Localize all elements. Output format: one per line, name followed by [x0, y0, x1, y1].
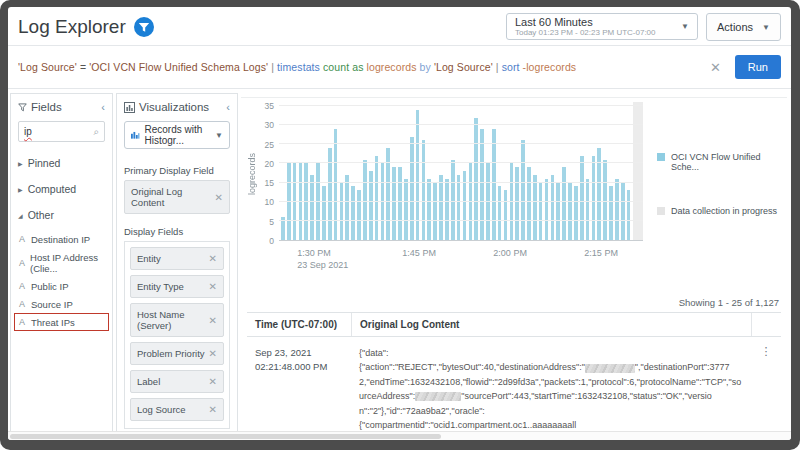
chart-bar[interactable] — [586, 179, 590, 240]
chart-bar[interactable] — [527, 167, 531, 240]
chart-bar[interactable] — [293, 163, 297, 240]
display-field-chip[interactable]: Problem Priority✕ — [130, 342, 224, 365]
fields-section-other[interactable]: ◢Other — [11, 202, 112, 228]
chart-bar[interactable] — [427, 179, 431, 240]
chart-bar[interactable] — [410, 137, 414, 240]
chart-bar[interactable] — [574, 186, 578, 240]
chart-bar[interactable] — [422, 140, 426, 240]
chart-bar[interactable] — [609, 186, 613, 240]
y-tick-label: 5 — [269, 217, 274, 227]
table-row[interactable]: Sep 23, 2021 02:21:48.000 PM {"data":{"a… — [247, 337, 781, 440]
chart-bar[interactable] — [340, 183, 344, 240]
chart-bar[interactable] — [439, 175, 443, 240]
chart-bar[interactable] — [299, 163, 303, 240]
display-field-chip[interactable]: Host Name (Server)✕ — [130, 303, 224, 337]
chart-bar[interactable] — [504, 190, 508, 240]
field-item[interactable]: APublic IP — [14, 277, 109, 295]
column-header-content[interactable]: Original Log Content — [351, 313, 751, 336]
row-menu-icon[interactable]: ⋮ — [751, 337, 781, 440]
x-tick-time: 2:00 PM — [493, 247, 527, 259]
chart-bar[interactable] — [474, 118, 478, 241]
chart-bar[interactable] — [375, 156, 379, 240]
remove-chip-icon[interactable]: ✕ — [209, 376, 217, 387]
chart-bar[interactable] — [433, 183, 437, 240]
chart-bar[interactable] — [310, 175, 314, 240]
horizontal-scrollbar[interactable] — [8, 431, 791, 440]
chart-bar[interactable] — [551, 175, 555, 240]
chart-bar[interactable] — [621, 183, 625, 240]
remove-chip-icon[interactable]: ✕ — [209, 315, 217, 326]
visualizations-panel: Visualizations ‹ Records with Histogr...… — [116, 93, 238, 440]
collapse-visualizations-icon[interactable]: ‹ — [226, 101, 230, 113]
chart-bar[interactable] — [515, 167, 519, 240]
query-input[interactable]: 'Log Source' = 'OCI VCN Flow Unified Sch… — [18, 61, 696, 73]
remove-chip-icon[interactable]: ✕ — [215, 192, 223, 203]
fields-section-pinned[interactable]: ▶Pinned — [11, 150, 112, 176]
chart-bar[interactable] — [457, 175, 461, 240]
chart-bar[interactable] — [545, 179, 549, 240]
chart-bar[interactable] — [580, 156, 584, 240]
display-field-chip[interactable]: Entity✕ — [130, 247, 224, 270]
fields-section-computed[interactable]: ▶Computed — [11, 176, 112, 202]
chart-bar[interactable] — [469, 163, 473, 240]
remove-chip-icon[interactable]: ✕ — [209, 281, 217, 292]
chart-bar[interactable] — [521, 140, 525, 240]
display-field-chip-label: Label — [137, 376, 160, 387]
field-item[interactable]: AThreat IPs — [14, 313, 109, 331]
chart-bar[interactable] — [480, 129, 484, 240]
chart-bar[interactable] — [568, 183, 572, 240]
chart-bar[interactable] — [357, 190, 361, 240]
scrollbar-thumb[interactable] — [10, 434, 441, 439]
time-range-dropdown[interactable]: Last 60 Minutes Today 01:23 PM - 02:23 P… — [506, 13, 698, 40]
header-controls: Last 60 Minutes Today 01:23 PM - 02:23 P… — [506, 13, 781, 41]
chart-bar[interactable] — [533, 175, 537, 240]
chart-bar[interactable] — [287, 163, 291, 240]
chart-bar[interactable] — [345, 175, 349, 240]
chart-bar[interactable] — [398, 167, 402, 240]
chart-bar[interactable] — [498, 186, 502, 240]
actions-button[interactable]: Actions ▼ — [706, 13, 781, 41]
run-button[interactable]: Run — [735, 55, 781, 79]
chart-bar[interactable] — [562, 167, 566, 240]
chart-bar[interactable] — [381, 163, 385, 240]
remove-chip-icon[interactable]: ✕ — [209, 348, 217, 359]
column-header-time[interactable]: Time (UTC-07:00) — [247, 313, 351, 336]
chart-bar[interactable] — [445, 179, 449, 240]
chart-bar[interactable] — [492, 129, 496, 240]
remove-chip-icon[interactable]: ✕ — [209, 404, 217, 415]
x-tick-label: 1:30 PM23 Sep 2021 — [297, 247, 348, 271]
records-histogram-chart: logrecords 05101520253035 1:30 PM23 Sep … — [247, 106, 781, 271]
display-field-chip[interactable]: Entity Type✕ — [130, 275, 224, 298]
field-item[interactable]: AHost IP Address (Clie... — [14, 248, 109, 277]
display-field-chip[interactable]: Label✕ — [130, 370, 224, 393]
chart-bar[interactable] — [592, 156, 596, 240]
chart-type-dropdown[interactable]: Records with Histogr... ▼ — [124, 121, 230, 149]
remove-chip-icon[interactable]: ✕ — [209, 253, 217, 264]
chart-bar[interactable] — [404, 179, 408, 240]
chart-bar[interactable] — [351, 186, 355, 240]
chart-bar[interactable] — [304, 163, 308, 240]
chart-bar[interactable] — [627, 190, 631, 240]
display-field-chip[interactable]: Log Source✕ — [130, 398, 224, 421]
chart-bar[interactable] — [316, 163, 320, 240]
field-sections: ▶Pinned▶Computed◢OtherADestination IPAHo… — [11, 150, 112, 333]
chart-bar[interactable] — [615, 179, 619, 240]
field-item[interactable]: ADestination IP — [14, 230, 109, 248]
chart-bar[interactable] — [322, 186, 326, 240]
chart-bar[interactable] — [539, 183, 543, 240]
query-token: as — [352, 61, 366, 73]
clear-query-icon[interactable]: ✕ — [696, 60, 735, 75]
field-item[interactable]: ASource IP — [14, 295, 109, 313]
y-axis-title: logrecords — [247, 106, 259, 241]
field-search-input[interactable]: ip ⌕ — [18, 121, 105, 142]
funnel-icon — [18, 103, 27, 112]
chart-bar[interactable] — [334, 129, 338, 240]
gridline — [279, 162, 643, 163]
chart-bar[interactable] — [510, 163, 514, 240]
chart-bar[interactable] — [392, 167, 396, 240]
chart-bar[interactable] — [556, 183, 560, 240]
scope-filter-icon[interactable] — [134, 17, 154, 37]
primary-field-chip[interactable]: Original Log Content ✕ — [124, 180, 230, 214]
chart-bar[interactable] — [486, 163, 490, 240]
collapse-fields-icon[interactable]: ‹ — [101, 101, 105, 113]
